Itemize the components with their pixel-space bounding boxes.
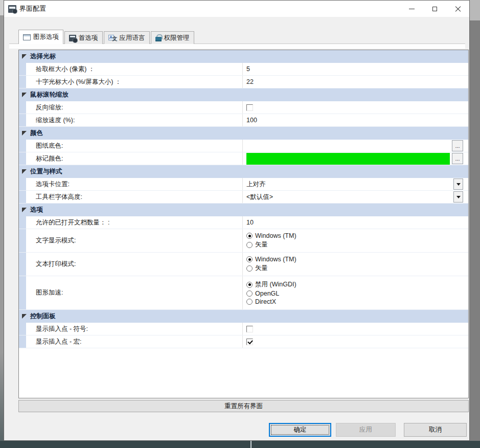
tab-图形选项[interactable]: 图形选项 [18, 30, 63, 44]
color-swatch[interactable] [246, 140, 450, 152]
section-title: 颜色 [30, 129, 43, 138]
tab-应用语言[interactable]: A文应用语言 [104, 31, 150, 44]
apply-button[interactable]: 应用 [336, 423, 396, 437]
grid-row: 标记颜色:... [19, 152, 468, 165]
row-label: 允许的已打开文档数量： : [26, 216, 242, 229]
radio-option[interactable]: OpenGL [246, 290, 279, 297]
close-button[interactable] [446, 1, 469, 17]
radio-option[interactable]: Windows (TM) [246, 232, 296, 239]
radio-option[interactable]: 矢量 [246, 264, 268, 273]
expander-icon [22, 54, 27, 59]
row-gutter [19, 63, 26, 75]
row-gutter [19, 323, 26, 335]
radio-button[interactable] [246, 299, 253, 305]
checkbox[interactable] [246, 326, 253, 332]
radio-label: 矢量 [255, 264, 268, 273]
section-header[interactable]: 控制面板 [19, 310, 468, 323]
chevron-down-icon [456, 196, 461, 198]
row-value: 禁用 (WinGDI)OpenGLDirectX [242, 276, 468, 309]
radio-label: Windows (TM) [255, 232, 296, 239]
radio-button[interactable] [246, 282, 253, 288]
reset-all-ui-button[interactable]: 重置所有界面 [18, 400, 469, 412]
radio-option[interactable]: 矢量 [246, 240, 268, 249]
tab-首选项[interactable]: 首选项 [64, 31, 103, 44]
row-gutter [19, 140, 26, 152]
row-gutter [19, 229, 26, 252]
row-value[interactable]: 22 [242, 76, 468, 88]
radio-label: DirectX [255, 298, 276, 305]
row-label: 标记颜色: [26, 152, 242, 165]
dropdown-button[interactable] [453, 178, 463, 190]
row-value[interactable]: 10 [242, 216, 468, 229]
expander-icon [22, 169, 27, 174]
row-label: 缩放速度 (%): [26, 114, 242, 126]
minimize-button[interactable] [400, 1, 423, 17]
row-value [242, 335, 468, 348]
section-header[interactable]: 选择光标 [19, 50, 468, 63]
dropdown-value[interactable]: 上对齐 [246, 180, 266, 189]
radio-option[interactable]: 禁用 (WinGDI) [246, 280, 296, 289]
grid-row: 缩放速度 (%):100 [19, 114, 468, 127]
row-value: 上对齐 [242, 178, 468, 190]
section-header[interactable]: 位置与样式 [19, 165, 468, 178]
row-gutter [19, 335, 26, 348]
translate-icon: A文 [108, 35, 117, 41]
expander-icon [22, 131, 27, 136]
chevron-down-icon [456, 183, 461, 186]
dropdown-value[interactable]: <默认值> [246, 193, 273, 201]
row-label: 拾取框大小 (像素) ： [26, 63, 242, 75]
row-value: ... [242, 152, 468, 165]
app-background-bottom [0, 441, 480, 448]
row-label: 显示插入点 - 符号: [26, 323, 242, 335]
section-header[interactable]: 颜色 [19, 127, 468, 140]
radio-option[interactable]: DirectX [246, 298, 276, 305]
value-text[interactable]: 22 [246, 78, 254, 85]
checkbox[interactable] [246, 104, 253, 111]
grid-row: 允许的已打开文档数量： :10 [19, 216, 468, 229]
expander-icon [22, 208, 27, 212]
radio-button[interactable] [246, 233, 253, 239]
row-value[interactable]: 100 [242, 114, 468, 126]
row-label: 显示插入点 - 宏: [26, 335, 242, 348]
radio-option[interactable]: Windows (TM) [246, 256, 296, 263]
dropdown-button[interactable] [453, 191, 463, 203]
tab-权限管理[interactable]: 权限管理 [151, 31, 194, 44]
grid-row: 工具栏字体高度:<默认值> [19, 191, 468, 204]
radio-button[interactable] [246, 265, 253, 272]
ok-button[interactable]: 确定 [269, 423, 331, 437]
dialog-title: 界面配置 [19, 4, 46, 13]
radio-button[interactable] [246, 256, 253, 262]
value-text[interactable]: 100 [246, 117, 257, 124]
color-swatch[interactable] [246, 153, 450, 165]
app-background-right [470, 0, 480, 441]
row-label: 反向缩放: [26, 101, 242, 114]
cancel-button[interactable]: 取消 [404, 423, 467, 437]
expander-icon [22, 314, 27, 319]
row-gutter [19, 253, 26, 276]
row-value [242, 323, 468, 335]
row-value[interactable]: 5 [242, 63, 468, 75]
section-header[interactable]: 选项 [19, 204, 468, 216]
color-picker-button[interactable]: ... [452, 153, 463, 164]
maximize-button[interactable] [423, 1, 446, 17]
radio-button[interactable] [246, 290, 253, 297]
value-text[interactable]: 5 [246, 65, 250, 73]
radio-button[interactable] [246, 242, 253, 248]
row-gutter [19, 191, 26, 203]
checkbox[interactable] [246, 339, 253, 345]
grid-row: 显示插入点 - 宏: [19, 335, 468, 348]
section-title: 鼠标滚轮缩放 [30, 91, 68, 99]
grid-row: 文本打印模式:Windows (TM)矢量 [19, 253, 468, 276]
tab-label: 首选项 [79, 34, 98, 42]
close-icon [455, 6, 461, 12]
section-header[interactable]: 鼠标滚轮缩放 [19, 88, 468, 101]
row-gutter [19, 101, 26, 114]
value-text[interactable]: 10 [246, 219, 254, 226]
grid-row: 选项卡位置:上对齐 [19, 178, 468, 191]
row-value: Windows (TM)矢量 [242, 229, 468, 252]
color-picker-button[interactable]: ... [452, 140, 463, 151]
row-value: <默认值> [242, 191, 468, 203]
row-gutter [19, 276, 26, 309]
titlebar[interactable]: 界面配置 [4, 1, 469, 17]
section-title: 选项 [30, 206, 43, 214]
